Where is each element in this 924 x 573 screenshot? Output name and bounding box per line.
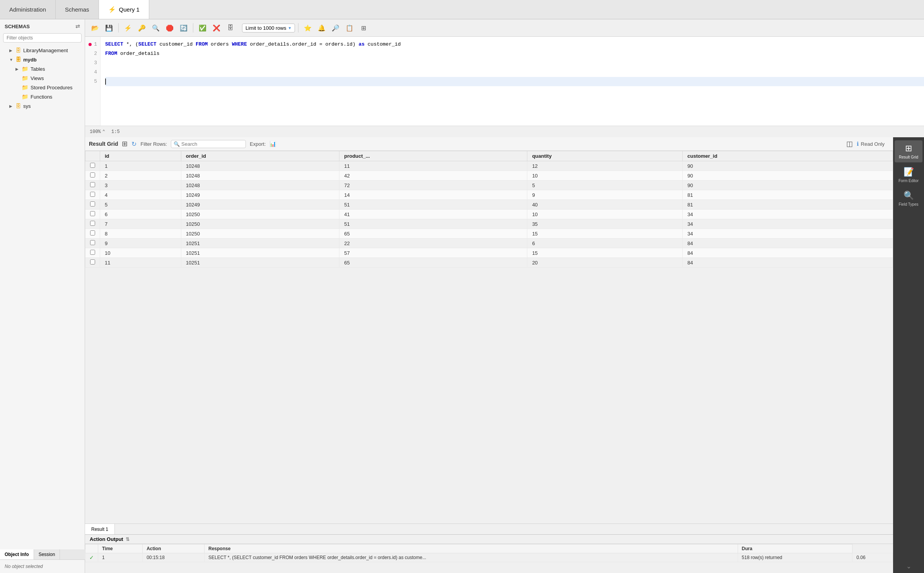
code-line-5 [105, 77, 924, 86]
zoom-chevron: ⌃ [102, 129, 105, 135]
action-duration: 0.06 [852, 553, 893, 562]
sidebar-header: SCHEMAS ⇄ [0, 19, 85, 32]
table-row: 41024914981 [85, 190, 893, 200]
db-name-mydb: mydb [23, 57, 37, 63]
table-row: 210248421090 [85, 171, 893, 181]
cancel-button[interactable]: ❌ [210, 22, 223, 34]
explain-button[interactable]: 🔍 [150, 22, 162, 34]
row-checkbox[interactable] [90, 240, 95, 245]
col-response: Response [205, 544, 738, 553]
bottom-left-tab-bar: Object Info Session [0, 549, 85, 560]
action-table: Time Action Response Dura ✓100:15:18SELE… [85, 544, 893, 562]
sidebar-item-tables[interactable]: ▶ 📁 Tables [0, 64, 85, 73]
row-checkbox[interactable] [90, 230, 95, 235]
chevron-icon: ▶ [9, 104, 13, 108]
table-row: 91025122684 [85, 239, 893, 248]
col-duration: Dura [738, 544, 852, 553]
table-cell: 42 [339, 171, 527, 181]
save-button[interactable]: 💾 [103, 22, 115, 34]
search2-button[interactable]: 🔎 [329, 22, 342, 34]
table-cell: 10 [527, 171, 683, 181]
code-content[interactable]: SELECT *, ( SELECT customer_id FROM orde… [101, 37, 924, 126]
open-file-button[interactable]: 📂 [89, 22, 101, 34]
sidebar-item-librarymanagement[interactable]: ▶ 🗄 LibraryManagement [0, 46, 85, 55]
table-row: 710250513534 [85, 219, 893, 229]
tab-query1[interactable]: ⚡ Query 1 [99, 0, 149, 19]
sidebar-item-views[interactable]: 📁 Views [0, 73, 85, 83]
filter-objects-input[interactable] [3, 33, 82, 43]
item-label-tables: Tables [31, 66, 45, 72]
editor-content[interactable]: 1 2 3 4 5 SELECT *, ( SELECT customer_id… [85, 37, 924, 126]
result-search-input[interactable] [181, 141, 243, 147]
result-table-wrap[interactable]: id order_id product_... quantity custome… [85, 151, 893, 524]
db-name-librarymanagement: LibraryManagement [23, 48, 68, 53]
sidebar-item-mydb[interactable]: ▼ 🗄 mydb [0, 55, 85, 64]
panel-toggle-button[interactable]: ◫ [846, 140, 853, 148]
schemas-heading: SCHEMAS [5, 24, 30, 29]
table-cell: 41 [339, 210, 527, 219]
limit-select[interactable]: Limit to 1000 rows ▼ [242, 24, 295, 32]
sidebar-toggle-arrows[interactable]: ⇄ [75, 23, 80, 29]
schema-button[interactable]: 🗄 [224, 22, 237, 34]
row-checkbox[interactable] [90, 192, 95, 197]
session-label: Session [39, 552, 55, 557]
sidebar-item-sys[interactable]: ▶ 🗄 sys [0, 101, 85, 111]
send-button[interactable]: 🔔 [315, 22, 328, 34]
database-icon: 🗄 [15, 103, 21, 109]
sidebar-item-stored-procedures[interactable]: 📁 Stored Procedures [0, 83, 85, 92]
result1-tab[interactable]: Result 1 [85, 524, 115, 534]
execute-button[interactable]: ⚡ [122, 22, 134, 34]
stop-button[interactable]: 🛑 [164, 22, 176, 34]
row-checkbox[interactable] [90, 250, 95, 255]
action-num: 1 [98, 553, 143, 562]
row-checkbox[interactable] [90, 182, 95, 187]
row-checkbox[interactable] [90, 163, 95, 168]
right-panel-form-editor[interactable]: 📝 Form Editor [895, 164, 922, 186]
grid-button[interactable]: ⊞ [357, 22, 370, 34]
tab-schemas[interactable]: Schemas [56, 0, 99, 19]
action-output-sort-icon[interactable]: ⇅ [126, 537, 130, 542]
star-button[interactable]: ⭐ [302, 22, 314, 34]
table-cell: 5 [100, 200, 181, 210]
table-cell: 90 [683, 171, 893, 181]
zoom-control[interactable]: 100% ⌃ [90, 129, 105, 135]
right-panel-field-types[interactable]: 🔍 Field Types [895, 188, 922, 210]
table-cell: 40 [527, 200, 683, 210]
transaction-button[interactable]: 🔄 [177, 22, 190, 34]
result-grid-tab[interactable]: Result Grid [89, 141, 118, 147]
line-num-1: 1 [85, 40, 97, 49]
cursor-position: 1:5 [111, 129, 120, 135]
right-panel-result-grid[interactable]: ⊞ Result Grid [895, 140, 922, 162]
check-button[interactable]: ✅ [196, 22, 209, 34]
table-cell: 84 [683, 248, 893, 258]
action-output-section: Action Output ⇅ Time Action Response [85, 534, 893, 573]
inspector-button[interactable]: 📋 [343, 22, 356, 34]
row-checkbox[interactable] [90, 221, 95, 226]
row-checkbox[interactable] [90, 211, 95, 216]
table-cell: 10250 [181, 219, 339, 229]
table-cell: 10249 [181, 200, 339, 210]
code-line-2: FROM order_details [105, 49, 924, 58]
row-checkbox[interactable] [90, 172, 95, 177]
tab-administration[interactable]: Administration [0, 0, 56, 19]
refresh-icon[interactable]: ↻ [131, 140, 136, 148]
row-checkbox[interactable] [90, 259, 95, 264]
table-cell: 90 [683, 181, 893, 190]
sidebar-item-functions[interactable]: 📁 Functions [0, 92, 85, 101]
row-checkbox[interactable] [90, 201, 95, 206]
tab-session[interactable]: Session [34, 549, 60, 559]
table-cell: 10249 [181, 190, 339, 200]
table-cell: 34 [683, 229, 893, 239]
execute-selection-button[interactable]: 🔑 [136, 22, 148, 34]
right-panel: ⊞ Result Grid 📝 Form Editor 🔍 Field Type… [893, 137, 924, 573]
table-cell: 3 [100, 181, 181, 190]
export-csv-button[interactable]: 📊 [269, 141, 276, 147]
right-panel-expand-chevron[interactable]: ⌄ [906, 563, 911, 570]
line-numbers: 1 2 3 4 5 [85, 37, 101, 126]
tab-object-info[interactable]: Object Info [0, 549, 34, 559]
table-cell: 10251 [181, 248, 339, 258]
folder-icon: 📁 [22, 75, 28, 81]
grid-view-icon[interactable]: ⊞ [122, 140, 128, 148]
query1-label: Query 1 [119, 6, 140, 13]
lightning-icon: ⚡ [108, 6, 116, 13]
